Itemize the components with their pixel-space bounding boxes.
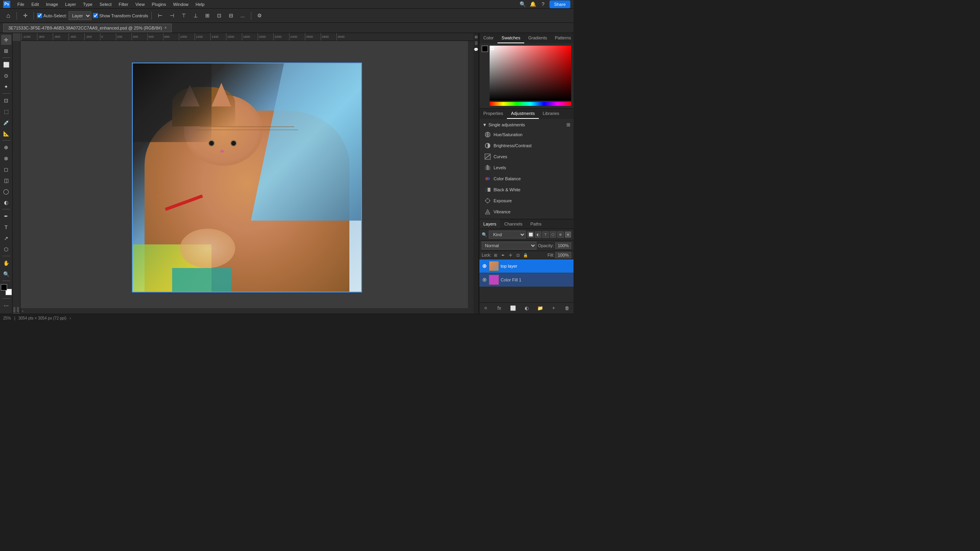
- adj-brightness-contrast[interactable]: Brightness/Contrast: [479, 140, 574, 151]
- move-tool[interactable]: ✛: [1, 35, 11, 45]
- adj-color-balance[interactable]: Color Balance: [479, 173, 574, 184]
- single-adjustments-header[interactable]: ▼ Single adjustments ⊞: [479, 120, 574, 129]
- tab-patterns[interactable]: Patterns: [551, 33, 574, 43]
- adj-levels[interactable]: Levels: [479, 162, 574, 173]
- tab-adjustments[interactable]: Adjustments: [507, 109, 539, 119]
- opacity-input[interactable]: [555, 242, 571, 249]
- tab-gradients[interactable]: Gradients: [524, 33, 551, 43]
- color-gradient-picker[interactable]: [490, 46, 571, 101]
- lasso-tool[interactable]: ⊙: [1, 70, 11, 81]
- blur-tool[interactable]: ◯: [1, 186, 11, 196]
- tab-color[interactable]: Color: [479, 33, 497, 43]
- show-transform-checkbox[interactable]: [93, 13, 98, 18]
- auto-select-checkbox[interactable]: [37, 13, 42, 18]
- align-center-v-btn[interactable]: ⊣: [167, 11, 177, 21]
- menu-edit[interactable]: Edit: [28, 1, 42, 7]
- healing-brush-tool[interactable]: ⊕: [1, 142, 11, 152]
- align-left-btn[interactable]: ⊢: [155, 11, 165, 21]
- distribute-btn[interactable]: ⊟: [226, 11, 236, 21]
- menu-window[interactable]: Window: [170, 1, 191, 7]
- adj-curves[interactable]: Curves: [479, 151, 574, 162]
- path-select-tool[interactable]: ↗: [1, 233, 11, 243]
- new-layer-btn[interactable]: +: [550, 304, 558, 312]
- filter-shape-icon[interactable]: ⬡: [550, 231, 556, 238]
- menu-file[interactable]: File: [14, 1, 28, 7]
- adj-exposure[interactable]: Exposure: [479, 195, 574, 206]
- adj-black-white[interactable]: Black & White: [479, 184, 574, 195]
- foreground-color-box[interactable]: [482, 46, 488, 52]
- filter-smart-icon[interactable]: ⊕: [557, 231, 564, 238]
- menu-image[interactable]: Image: [43, 1, 61, 7]
- tab-channels[interactable]: Channels: [500, 219, 526, 229]
- perspective-crop-tool[interactable]: ⬚: [1, 106, 11, 116]
- magic-wand-tool[interactable]: ✦: [1, 81, 11, 92]
- menu-help[interactable]: Help: [193, 1, 208, 7]
- help-icon[interactable]: ?: [539, 0, 547, 8]
- layer-item-color-fill[interactable]: Color Fill 1: [479, 273, 574, 287]
- status-arrow[interactable]: ›: [70, 316, 71, 320]
- eyedropper-tool[interactable]: 💉: [1, 117, 11, 128]
- tab-layers[interactable]: Layers: [479, 219, 500, 229]
- ruler-tool[interactable]: 📐: [1, 128, 11, 139]
- more-options-btn[interactable]: ...: [238, 11, 248, 21]
- menu-select[interactable]: Select: [97, 1, 115, 7]
- extra-tools-btn[interactable]: ⋯: [1, 300, 11, 311]
- tab-close-btn[interactable]: ×: [164, 26, 167, 30]
- add-mask-btn[interactable]: ⬜: [509, 304, 517, 312]
- align-right-btn[interactable]: ⊤: [178, 11, 189, 21]
- foreground-color-swatch[interactable]: [1, 284, 7, 290]
- filter-type-icon[interactable]: T: [542, 231, 549, 238]
- gradient-tool[interactable]: ◫: [1, 175, 11, 185]
- layers-filter-select[interactable]: Kind: [489, 231, 526, 239]
- canvas-area[interactable]: -1100 -800 -600 -400 -200 0 200 400 600 …: [13, 33, 473, 314]
- menu-layer[interactable]: Layer: [62, 1, 79, 7]
- lock-all-icon[interactable]: 🔒: [522, 252, 529, 258]
- auto-select-select[interactable]: Layer: [69, 11, 91, 20]
- menu-view[interactable]: View: [132, 1, 148, 7]
- menu-plugins[interactable]: Plugins: [148, 1, 169, 7]
- shape-tool[interactable]: ⬡: [1, 244, 11, 254]
- crop-tool[interactable]: ⊡: [1, 95, 11, 105]
- canvas-vertical-scrollbar[interactable]: [468, 41, 473, 314]
- align-bottom-btn[interactable]: ⊡: [214, 11, 224, 21]
- fill-input[interactable]: [555, 252, 571, 258]
- panel-chat-icon[interactable]: 💬: [474, 47, 479, 52]
- hand-tool[interactable]: ✋: [1, 258, 11, 268]
- tab-paths[interactable]: Paths: [527, 219, 546, 229]
- home-btn[interactable]: ⌂: [3, 11, 13, 21]
- adj-hue-saturation[interactable]: Hue/Saturation: [479, 129, 574, 140]
- menu-filter[interactable]: Filter: [115, 1, 131, 7]
- filter-selected-icon[interactable]: ●: [565, 231, 571, 238]
- lock-paint-icon[interactable]: ✒: [500, 252, 506, 258]
- tab-libraries[interactable]: Libraries: [539, 109, 563, 119]
- zoom-tool[interactable]: 🔍: [1, 269, 11, 279]
- hue-slider[interactable]: [490, 102, 571, 106]
- panel-layers-icon[interactable]: ☰: [474, 41, 479, 46]
- filter-adjustment-icon[interactable]: ◐: [535, 231, 541, 238]
- document-tab[interactable]: 3E71533C-3F5E-47B9-A6B3-38A072CC7AA9_enh…: [3, 24, 172, 32]
- pen-tool[interactable]: ✒: [1, 211, 11, 221]
- align-top-btn[interactable]: ⊥: [190, 11, 200, 21]
- tab-properties[interactable]: Properties: [479, 109, 507, 119]
- filter-pixel-icon[interactable]: ⬜: [527, 231, 534, 238]
- canvas-horizontal-scrollbar[interactable]: ›: [20, 308, 468, 314]
- lock-transparency-icon[interactable]: ⊞: [492, 252, 499, 258]
- rect-select-tool[interactable]: ⬜: [1, 59, 11, 70]
- layers-link-icon[interactable]: ⚙: [482, 304, 490, 312]
- add-fx-btn[interactable]: fx: [496, 304, 503, 312]
- adj-vibrance[interactable]: Vibrance: [479, 206, 574, 217]
- dodge-tool[interactable]: ◐: [1, 197, 11, 207]
- type-tool[interactable]: T: [1, 222, 11, 232]
- blend-mode-select[interactable]: Normal: [482, 242, 536, 250]
- tab-swatches[interactable]: Swatches: [497, 33, 524, 43]
- artboard-tool[interactable]: ⊞: [1, 46, 11, 56]
- eraser-tool[interactable]: ◻: [1, 164, 11, 174]
- align-middle-h-btn[interactable]: ⊞: [202, 11, 212, 21]
- search-icon[interactable]: 🔍: [519, 0, 527, 8]
- menu-type[interactable]: Type: [80, 1, 96, 7]
- clone-stamp-tool[interactable]: ⊗: [1, 153, 11, 163]
- layer-visibility-fill[interactable]: [482, 277, 487, 283]
- panel-search-icon[interactable]: ⊞: [474, 35, 479, 39]
- settings-btn[interactable]: ⚙: [254, 11, 265, 21]
- lock-transform-icon[interactable]: ✛: [507, 252, 514, 258]
